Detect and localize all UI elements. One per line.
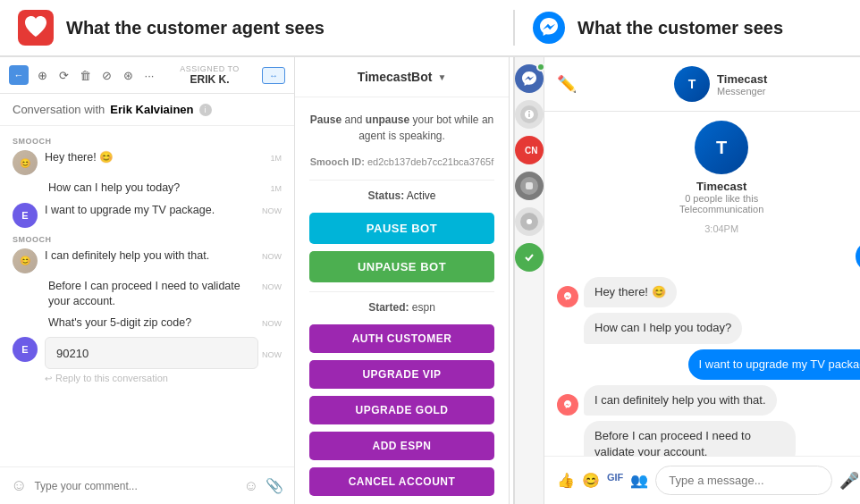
conversation-user: Erik Kalviainen — [110, 103, 193, 116]
smooch-label-1: SMOOCH — [0, 133, 294, 147]
zipcode-text: 90210 — [56, 347, 89, 360]
fb-bubble-upgrade: I want to upgrade my TV package. — [688, 349, 860, 380]
smooch-label-2: SMOOCH — [0, 231, 294, 246]
fb-messages-area: T Timecast 0 people like this Telecommun… — [544, 112, 860, 456]
message-time: 1M — [270, 182, 282, 193]
fb-message-row: hi — [557, 241, 860, 272]
message-text: What's your 5-digit zip code? — [48, 315, 191, 332]
smooch-logo — [18, 10, 54, 46]
zipcode-box: 90210 — [45, 337, 258, 369]
channel-icon-5[interactable] — [515, 207, 544, 236]
pause-bot-button[interactable]: PAUSE BOT — [309, 213, 494, 244]
fb-emoji-icon[interactable]: 😊 — [582, 472, 600, 489]
message-row: Before I can proceed I need to validate … — [0, 276, 294, 313]
user-message-row: E I want to upgrade my TV package. NOW — [0, 199, 294, 231]
attach-icon[interactable]: 📎 — [266, 477, 283, 494]
fb-message-row: How can I help you today? — [557, 313, 860, 343]
fb-bubble-hey: Hey there! 😊 — [584, 277, 677, 307]
message-time: NOW — [262, 281, 282, 291]
svg-point-3 — [520, 105, 538, 123]
tag-icon[interactable]: ⊛ — [120, 67, 136, 83]
fb-message-row: Hey there! 😊 — [557, 277, 860, 307]
channel-icon-4[interactable] — [515, 172, 544, 200]
message-text: I can definitely help you with that. — [45, 248, 209, 265]
message-row: 😊 Hey there! 😊 1M — [0, 147, 294, 178]
svg-point-11 — [561, 290, 575, 304]
channel-icon-2[interactable] — [515, 100, 544, 129]
svg-text:CNN: CNN — [525, 146, 538, 155]
reply-hint-text: Reply to this conversation — [55, 373, 168, 383]
svg-point-12 — [561, 398, 575, 412]
svg-point-10 — [520, 248, 538, 266]
bot-description: Pause and unpause your bot while an agen… — [309, 112, 494, 144]
trash-icon[interactable]: 🗑 — [77, 67, 93, 83]
assigned-agent-name: ERIK K. — [180, 73, 240, 86]
fb-header: ✏️ T Timecast Messenger i — [544, 57, 860, 112]
message-text: How can I help you today? — [48, 181, 180, 197]
cancel-account-button[interactable]: CANCEL ACCOUNT — [309, 467, 494, 496]
fb-page-name-center: Timecast — [557, 180, 860, 193]
assigned-to-label: ASSIGNED TO — [180, 64, 240, 73]
message-time: NOW — [262, 317, 282, 328]
refresh-icon[interactable]: ⟳ — [55, 67, 72, 83]
comment-input[interactable] — [34, 480, 236, 492]
message-text: Hey there! 😊 — [45, 150, 114, 166]
more-icon[interactable]: ··· — [141, 67, 157, 83]
back-icon[interactable]: ← — [9, 65, 29, 85]
add-espn-button[interactable]: ADD ESPN — [309, 432, 494, 460]
compose-icon[interactable]: ⊕ — [34, 67, 50, 83]
messenger-logo — [533, 12, 565, 44]
fb-message-row: I can definitely help you with that. — [557, 385, 860, 416]
right-panel-title: What the customer sees — [578, 18, 783, 38]
fb-gif-icon[interactable]: GIF — [607, 472, 623, 489]
fb-message-input[interactable] — [655, 466, 832, 495]
fb-mic-icon[interactable]: 🎤 — [839, 471, 859, 491]
message-time: NOW — [262, 250, 282, 261]
bot-title: TimecastBot — [358, 70, 433, 84]
svg-point-1 — [533, 12, 565, 44]
svg-point-9 — [527, 219, 532, 224]
fb-timestamp: 3:04PM — [557, 223, 860, 234]
info-icon[interactable]: i — [199, 104, 212, 116]
left-panel-title: What the customer agent sees — [66, 18, 325, 38]
smiley-icon[interactable]: ☺ — [11, 476, 27, 495]
fb-like-icon[interactable]: 👍 — [557, 472, 575, 489]
upgrade-gold-button[interactable]: UPGRADE GOLD — [309, 396, 494, 424]
fb-bubble-hi: hi — [856, 241, 860, 272]
fb-people-icon[interactable]: 👥 — [630, 472, 648, 489]
upgrade-vip-button[interactable]: UPGRADE VIP — [309, 360, 494, 389]
fb-input-row: 👍 😊 GIF 👥 🎤 👍 — [544, 456, 860, 504]
fb-message-row: I want to upgrade my TV package. — [557, 349, 860, 380]
fb-bubble-help: How can I help you today? — [584, 313, 742, 343]
fb-messenger-label: Messenger — [717, 86, 767, 97]
bot-chevron-icon[interactable]: ▼ — [437, 72, 446, 82]
smooch-id: Smooch ID: ed2cb137deb7cc21bca3765f — [309, 156, 494, 167]
channel-icon-1[interactable] — [515, 64, 544, 93]
fb-page-name: Timecast — [717, 72, 767, 86]
channel-icon-3[interactable]: CNN — [515, 136, 544, 164]
unpause-bot-button[interactable]: UNPAUSE BOT — [309, 251, 494, 282]
fb-page-avatar: T — [674, 66, 710, 102]
emoji-icon[interactable]: ☺ — [244, 478, 258, 494]
user-avatar: E — [13, 203, 38, 228]
agent-avatar: 😊 — [13, 150, 38, 175]
message-time: NOW — [262, 205, 282, 215]
compose-icon-fb[interactable]: ✏️ — [557, 74, 577, 94]
message-text: Before I can proceed I need to validate … — [48, 279, 258, 310]
auth-customer-button[interactable]: AUTH CUSTOMER — [309, 324, 494, 353]
agent-avatar-2: 😊 — [13, 248, 38, 273]
fb-bubble-help2: I can definitely help you with that. — [584, 385, 777, 416]
ban-icon[interactable]: ⊘ — [98, 67, 114, 83]
started-row: Started: espn — [309, 301, 494, 314]
message-time: 1M — [270, 152, 282, 163]
fb-page-likes: 0 people like this — [557, 193, 860, 204]
conversation-label: Conversation with — [13, 103, 105, 116]
message-row: How can I help you today? 1M — [0, 178, 294, 199]
user-message-row: E 90210 ↩ Reply to this conversation — [0, 333, 294, 387]
reassign-button[interactable]: ↔ — [262, 67, 285, 84]
channel-icon-6[interactable] — [515, 243, 544, 272]
reply-hint[interactable]: ↩ Reply to this conversation — [45, 373, 258, 383]
channel-list: CNN — [515, 57, 544, 504]
message-row: What's your 5-digit zip code? NOW — [0, 313, 294, 334]
fb-page-category: Telecommunication — [557, 204, 860, 214]
